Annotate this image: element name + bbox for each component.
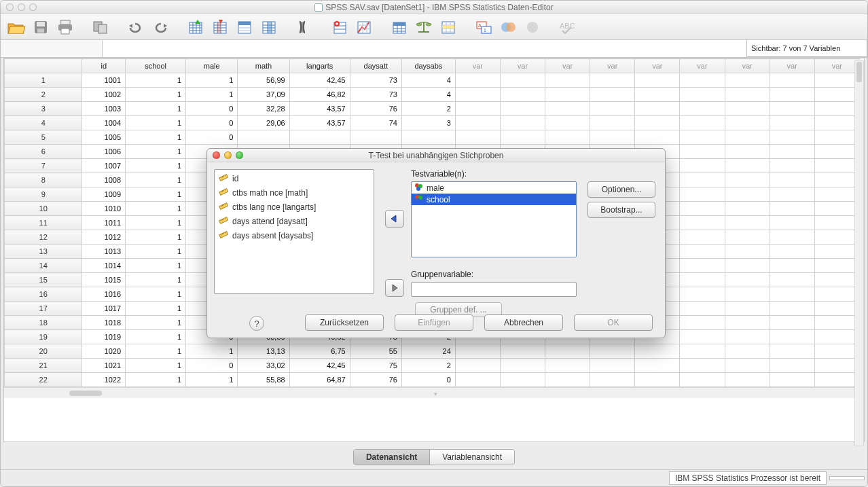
cell[interactable] [680, 216, 725, 230]
cell[interactable] [680, 359, 725, 373]
row-header[interactable]: 18 [5, 316, 82, 330]
cell[interactable]: 1 [126, 159, 186, 173]
cell[interactable] [635, 116, 680, 130]
test-variable-item[interactable]: male [412, 182, 576, 194]
cell[interactable] [545, 116, 590, 130]
cell[interactable] [814, 159, 859, 173]
cell[interactable] [680, 330, 725, 344]
cell[interactable] [635, 344, 680, 359]
row-header[interactable]: 1 [5, 73, 82, 88]
cell[interactable]: 2 [401, 359, 455, 373]
recall-dialog-button[interactable] [89, 16, 112, 38]
cell[interactable]: 1001 [82, 73, 126, 88]
cell[interactable] [680, 245, 725, 259]
cell[interactable] [725, 330, 770, 344]
column-header[interactable]: math [238, 59, 289, 73]
cell[interactable]: 0 [186, 359, 238, 373]
cell[interactable]: 1002 [82, 88, 126, 102]
cell[interactable]: 1010 [82, 202, 126, 216]
source-variable-item[interactable]: ctbs lang nce [langarts] [216, 200, 372, 214]
cell[interactable]: 1017 [82, 302, 126, 316]
cell[interactable]: 1012 [82, 230, 126, 245]
cell[interactable] [680, 187, 725, 202]
cell[interactable] [590, 130, 635, 145]
cell[interactable] [770, 145, 814, 159]
cell[interactable] [500, 373, 545, 387]
cell[interactable] [770, 330, 814, 344]
cell[interactable] [725, 173, 770, 187]
column-header[interactable]: langarts [289, 59, 350, 73]
cell[interactable]: 1 [186, 344, 238, 359]
cell[interactable]: 1 [186, 88, 238, 102]
cell[interactable] [814, 259, 859, 273]
cell[interactable] [455, 73, 500, 88]
cell[interactable] [500, 102, 545, 116]
cell[interactable]: 1 [186, 373, 238, 387]
cell[interactable] [680, 273, 725, 287]
dialog-zoom-icon[interactable] [236, 151, 243, 159]
cell[interactable] [814, 130, 859, 145]
cell[interactable]: 1011 [82, 216, 126, 230]
cell[interactable] [770, 173, 814, 187]
row-header[interactable]: 9 [5, 187, 82, 202]
cell[interactable]: 76 [350, 102, 401, 116]
row-header[interactable]: 6 [5, 145, 82, 159]
cell[interactable]: 1 [126, 187, 186, 202]
column-header[interactable]: id [82, 59, 126, 73]
cell[interactable] [635, 88, 680, 102]
insert-variable-button[interactable] [257, 16, 281, 38]
cell[interactable]: 1015 [82, 273, 126, 287]
column-header[interactable]: male [186, 59, 238, 73]
cell[interactable]: 1004 [82, 116, 126, 130]
cell[interactable] [635, 373, 680, 387]
cell[interactable] [455, 130, 500, 145]
cell[interactable]: 29,06 [238, 116, 289, 130]
cell[interactable]: 1 [126, 88, 186, 102]
column-header[interactable]: daysatt [350, 59, 401, 73]
cell[interactable] [814, 344, 859, 359]
cell[interactable] [725, 102, 770, 116]
help-button[interactable]: ? [249, 316, 264, 331]
cell[interactable]: 33,02 [238, 359, 289, 373]
column-header[interactable]: var [680, 59, 725, 73]
row-header[interactable]: 10 [5, 202, 82, 216]
cell[interactable] [455, 102, 500, 116]
cell[interactable]: 1 [126, 216, 186, 230]
cell[interactable]: 1 [126, 287, 186, 302]
table-row[interactable]: 2010201113,136,755524 [5, 344, 860, 359]
column-header[interactable]: var [545, 59, 590, 73]
cell[interactable] [455, 359, 500, 373]
cell[interactable]: 1022 [82, 373, 126, 387]
row-header[interactable]: 8 [5, 173, 82, 187]
cell[interactable] [770, 245, 814, 259]
spellcheck-button[interactable]: ABC [556, 16, 579, 38]
cell[interactable] [770, 216, 814, 230]
column-header[interactable]: var [455, 59, 500, 73]
undo-button[interactable] [124, 16, 147, 38]
cell[interactable]: 1 [126, 344, 186, 359]
cell[interactable]: 1 [126, 273, 186, 287]
move-to-groupvar-button[interactable] [385, 279, 404, 297]
cell[interactable]: 0 [186, 130, 238, 145]
cell[interactable]: 75 [350, 359, 401, 373]
cell[interactable]: 1 [126, 202, 186, 216]
cell[interactable] [545, 359, 590, 373]
cell[interactable] [455, 344, 500, 359]
cell[interactable]: 0 [401, 373, 455, 387]
find-button[interactable] [293, 16, 316, 38]
cell[interactable]: 1018 [82, 316, 126, 330]
cell[interactable] [590, 73, 635, 88]
cell[interactable] [814, 116, 859, 130]
cell[interactable] [590, 116, 635, 130]
cell[interactable]: 4 [401, 73, 455, 88]
cell[interactable]: 0 [186, 116, 238, 130]
cell[interactable] [680, 173, 725, 187]
cell[interactable] [680, 145, 725, 159]
cell[interactable]: 46,82 [289, 88, 350, 102]
cell[interactable] [500, 359, 545, 373]
table-row[interactable]: 210021137,0946,82734 [5, 88, 860, 102]
cell[interactable]: 43,57 [289, 116, 350, 130]
cell[interactable] [725, 344, 770, 359]
cell[interactable]: 2 [401, 102, 455, 116]
column-header[interactable]: var [770, 59, 814, 73]
